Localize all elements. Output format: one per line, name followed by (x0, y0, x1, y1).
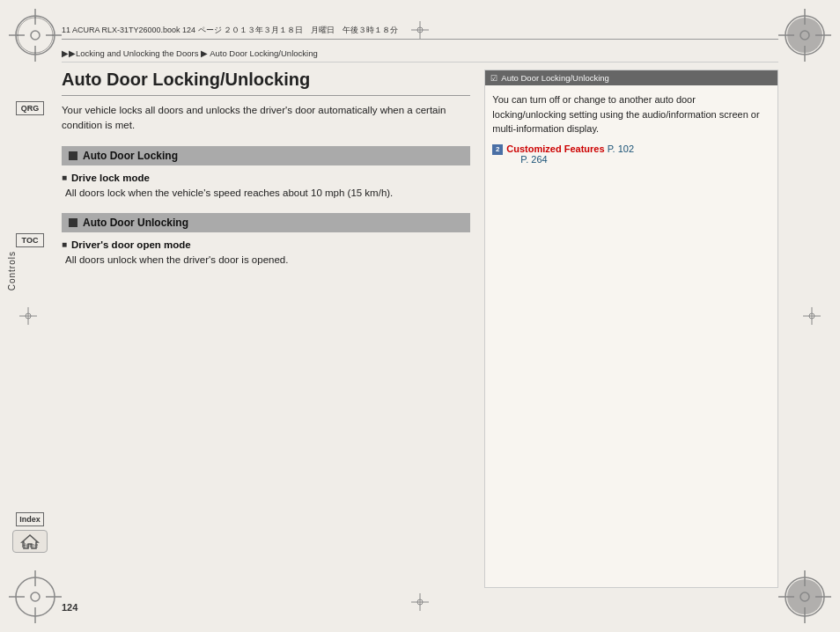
svg-text:Home: Home (22, 542, 39, 548)
corner-decoration-br (778, 570, 831, 623)
home-button[interactable]: Home (12, 530, 48, 553)
subsection-drive-lock-title: Drive lock mode (62, 173, 470, 183)
right-panel-body-text: You can turn off or change to another au… (492, 92, 770, 136)
file-info: 11 ACURA RLX-31TY26000.book 124 ページ ２０１３… (62, 25, 398, 36)
subsection-driver-door: Driver's door open mode All doors unlock… (62, 239, 470, 268)
section-square-icon-2 (69, 218, 77, 227)
page-number: 124 (62, 602, 77, 613)
toc-badge[interactable]: TOC (16, 233, 44, 247)
intro-text: Your vehicle locks all doors and unlocks… (62, 103, 470, 134)
left-column: Auto Door Locking/Unlocking Your vehicle… (62, 70, 470, 588)
crosshair-bottom (411, 593, 429, 611)
right-panel: ☑ Auto Door Locking/Unlocking You can tu… (484, 70, 778, 588)
subsection-driver-door-text: All doors unlock when the driver's door … (62, 253, 470, 268)
svg-point-26 (787, 579, 822, 614)
page-container: 11 ACURA RLX-31TY26000.book 124 ページ ２０１３… (0, 0, 840, 632)
right-panel-body: You can turn off or change to another au… (485, 85, 777, 172)
breadcrumb-separator: ▶ (201, 48, 208, 58)
svg-point-13 (787, 18, 822, 53)
link-page1: P. 102 (608, 143, 634, 154)
section-header-locking: Auto Door Locking (62, 146, 470, 165)
page-title: Auto Door Locking/Unlocking (62, 70, 470, 96)
subsection-drive-lock-text: All doors lock when the vehicle's speed … (62, 186, 470, 201)
top-meta-bar: 11 ACURA RLX-31TY26000.book 124 ページ ２０１３… (62, 25, 778, 40)
link-content: Customized Features P. 102 P. 264 (506, 143, 634, 165)
link-icon: 2 (492, 144, 503, 155)
checkbox-icon: ☑ (490, 74, 497, 83)
subsection-driver-door-title: Driver's door open mode (62, 239, 470, 250)
breadcrumb-part2: Auto Door Locking/Unlocking (210, 48, 318, 58)
crosshair-right (803, 307, 821, 325)
link-page2: P. 264 (506, 154, 634, 165)
breadcrumb-part1: ▶▶Locking and Unlocking the Doors (62, 48, 198, 58)
main-content: ▶▶Locking and Unlocking the Doors ▶ Auto… (62, 48, 778, 588)
two-col-layout: Auto Door Locking/Unlocking Your vehicle… (62, 70, 778, 588)
corner-decoration-tr (778, 9, 831, 62)
section-header-unlocking: Auto Door Unlocking (62, 213, 470, 232)
left-sidebar: QRG TOC Controls Index Home (0, 0, 62, 632)
section-square-icon (69, 151, 77, 160)
breadcrumb: ▶▶Locking and Unlocking the Doors ▶ Auto… (62, 48, 778, 62)
index-badge[interactable]: Index (16, 512, 44, 526)
section-locking-title: Auto Door Locking (83, 150, 178, 162)
customized-features-text[interactable]: Customized Features (506, 143, 604, 154)
right-panel-link[interactable]: 2 Customized Features P. 102 P. 264 (492, 143, 770, 165)
right-panel-header-title: Auto Door Locking/Unlocking (501, 73, 609, 83)
qrg-badge[interactable]: QRG (16, 101, 44, 115)
right-panel-header: ☑ Auto Door Locking/Unlocking (485, 70, 777, 85)
link-label[interactable]: Customized Features P. 102 (506, 143, 634, 154)
controls-label: Controls (7, 251, 17, 290)
section-unlocking-title: Auto Door Unlocking (83, 217, 188, 229)
subsection-drive-lock: Drive lock mode All doors lock when the … (62, 173, 470, 201)
